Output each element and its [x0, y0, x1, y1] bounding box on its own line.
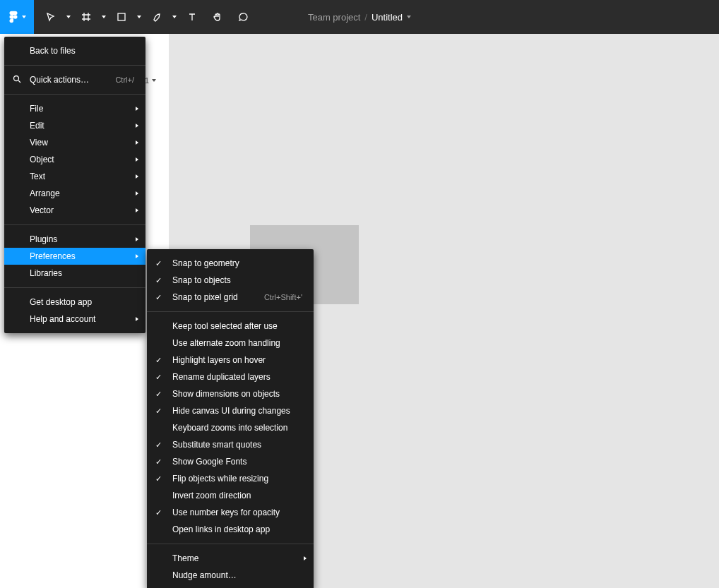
pref-item[interactable]: Nudge amount…	[147, 567, 314, 584]
pref-item[interactable]: Use alternate zoom handling	[147, 335, 314, 352]
chevron-right-icon	[136, 317, 138, 321]
frame-tool[interactable]	[75, 6, 97, 28]
menu-vector[interactable]: Vector	[4, 202, 145, 219]
menu-label: Object	[30, 155, 134, 164]
menu-label: Vector	[30, 205, 134, 215]
frame-tool-menu[interactable]	[100, 6, 107, 28]
shape-tool-menu[interactable]	[136, 6, 143, 28]
menu-label: File	[30, 104, 134, 114]
menu-label: Flip objects while resizing	[172, 474, 302, 484]
text-tool[interactable]	[181, 6, 203, 28]
menu-label: Keyboard zooms into selection	[172, 423, 302, 433]
menu-get-desktop[interactable]: Get desktop app	[4, 294, 145, 311]
pref-item[interactable]: Flip objects while resizing	[147, 470, 314, 487]
menu-label: Snap to objects	[172, 275, 302, 285]
menu-label: Libraries	[30, 268, 134, 278]
page-selector[interactable]: 1	[145, 76, 156, 85]
check-icon	[155, 474, 162, 484]
figma-icon	[8, 9, 19, 25]
hand-icon	[213, 12, 222, 22]
pref-item[interactable]: Open links in desktop app	[147, 521, 314, 538]
svg-point-2	[14, 76, 19, 80]
chevron-down-icon	[152, 79, 156, 82]
pref-item[interactable]: Rename duplicated layers	[147, 368, 314, 385]
menu-plugins[interactable]: Plugins	[4, 231, 145, 248]
menu-back-to-files[interactable]: Back to files	[4, 42, 145, 59]
chevron-down-icon	[137, 16, 141, 18]
hand-tool[interactable]	[206, 6, 229, 28]
menu-label: Preferences	[30, 251, 134, 261]
chevron-right-icon	[136, 254, 138, 258]
menu-separator	[4, 224, 145, 225]
menu-label: Get desktop app	[30, 297, 134, 307]
check-icon	[155, 258, 162, 268]
check-icon	[155, 292, 162, 302]
menu-arrange[interactable]: Arrange	[4, 185, 145, 202]
menu-shortcut: Ctrl+/	[115, 76, 134, 84]
menu-libraries[interactable]: Libraries	[4, 265, 145, 282]
pen-icon	[152, 12, 162, 22]
pref-item[interactable]: Highlight layers on hover	[147, 352, 314, 368]
chevron-right-icon	[136, 208, 138, 212]
move-tool[interactable]	[40, 6, 62, 28]
frame-icon	[81, 12, 91, 22]
preferences-submenu: Snap to geometrySnap to objectsSnap to p…	[147, 249, 314, 588]
menu-separator	[4, 287, 145, 288]
menu-label: Snap to geometry	[172, 258, 302, 268]
menu-label: Theme	[172, 553, 302, 563]
chevron-down-icon	[22, 16, 26, 18]
comment-tool[interactable]	[232, 6, 254, 28]
menu-label: Rename duplicated layers	[172, 372, 302, 382]
svg-point-0	[13, 15, 18, 19]
menu-label: Hide canvas UI during changes	[172, 406, 302, 416]
chevron-down-icon	[407, 16, 411, 18]
chevron-down-icon	[102, 16, 106, 18]
pref-item[interactable]: Hide canvas UI during changes	[147, 402, 314, 419]
menu-separator	[4, 65, 145, 66]
pen-tool[interactable]	[145, 6, 168, 28]
menu-text[interactable]: Text	[4, 168, 145, 185]
menu-label: Highlight layers on hover	[172, 355, 302, 365]
menu-label: Nudge amount…	[172, 570, 302, 580]
pref-item[interactable]: Show Google Fonts	[147, 453, 314, 470]
chevron-right-icon	[136, 157, 138, 162]
main-menu-button[interactable]	[0, 0, 34, 34]
pref-item[interactable]: Keep tool selected after use	[147, 318, 314, 335]
pref-item[interactable]: Snap to objects	[147, 272, 314, 289]
shape-tool[interactable]	[110, 6, 133, 28]
menu-file[interactable]: File	[4, 100, 145, 117]
menu-edit[interactable]: Edit	[4, 117, 145, 134]
file-title[interactable]: Team project / Untitled	[308, 12, 411, 23]
pref-item[interactable]: Snap to pixel gridCtrl+Shift+'	[147, 289, 314, 306]
pref-item[interactable]: Use number keys for opacity	[147, 504, 314, 521]
pref-item[interactable]: Invert zoom direction	[147, 487, 314, 504]
check-icon	[155, 355, 162, 365]
menu-preferences[interactable]: Preferences	[4, 248, 145, 265]
comment-icon	[238, 12, 248, 22]
menu-object[interactable]: Object	[4, 151, 145, 168]
svg-rect-1	[118, 13, 125, 20]
menu-label: Arrange	[30, 188, 134, 198]
cursor-icon	[46, 12, 56, 22]
chevron-down-icon	[66, 16, 71, 18]
chevron-right-icon	[136, 191, 138, 196]
pen-tool-menu[interactable]	[171, 6, 178, 28]
menu-view[interactable]: View	[4, 134, 145, 151]
pref-item[interactable]: Snap to geometry	[147, 255, 314, 272]
chevron-right-icon	[136, 140, 138, 145]
check-icon	[155, 372, 162, 382]
check-icon	[155, 389, 162, 399]
search-icon	[13, 75, 21, 85]
menu-quick-actions[interactable]: Quick actions… Ctrl+/	[4, 71, 145, 88]
chevron-down-icon	[172, 16, 177, 18]
menu-label: Back to files	[30, 46, 134, 56]
team-name: Team project	[308, 12, 360, 23]
pref-item[interactable]: Theme	[147, 550, 314, 567]
move-tool-menu[interactable]	[65, 6, 72, 28]
pref-item[interactable]: Show dimensions on objects	[147, 385, 314, 402]
pref-item[interactable]: Keyboard zooms into selection	[147, 419, 314, 436]
pref-item[interactable]: Substitute smart quotes	[147, 436, 314, 453]
menu-help[interactable]: Help and account	[4, 311, 145, 328]
check-icon	[155, 440, 162, 450]
chevron-right-icon	[136, 107, 138, 111]
